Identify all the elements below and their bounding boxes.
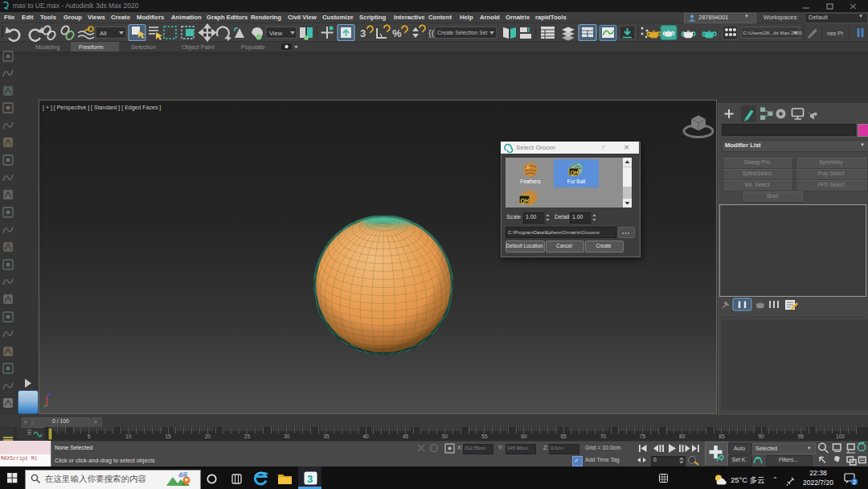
svg-text:nes Pr: nes Pr [827, 30, 844, 35]
svg-text:QH: QH [521, 198, 530, 204]
svg-text:%: % [392, 27, 402, 39]
svg-text:max to UE.max - Autodesk 3ds M: max to UE.max - Autodesk 3ds Max 2020 [13, 2, 139, 10]
svg-text:Create Selection Set: Create Selection Set [437, 30, 487, 35]
svg-text:3: 3 [307, 472, 313, 484]
svg-text:C:\Users\28...ds Max 2020: C:\Users\28...ds Max 2020 [743, 30, 803, 35]
svg-text:3: 3 [360, 27, 366, 39]
svg-text:All: All [100, 29, 107, 36]
svg-text:QH: QH [571, 170, 579, 176]
svg-text:View: View [269, 29, 283, 36]
svg-text:2: 2 [853, 479, 856, 485]
svg-text:{(: {( [428, 28, 435, 38]
